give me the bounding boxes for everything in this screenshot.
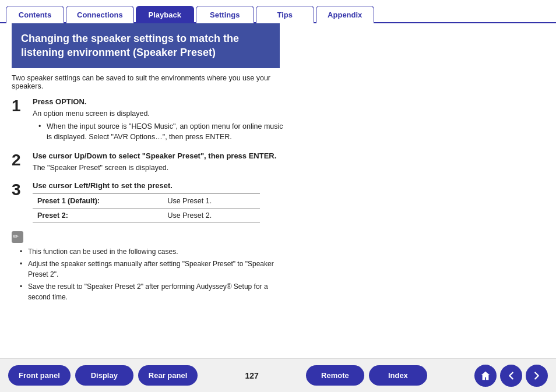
page-header: Changing the speaker settings to match t… — [12, 23, 280, 68]
step-2-desc: The "Speaker Preset" screen is displayed… — [33, 163, 286, 173]
note-intro: This function can be used in the followi… — [20, 247, 286, 257]
tab-appendix[interactable]: Appendix — [316, 6, 374, 23]
preset-table: Preset 1 (Default): Use Preset 1. Preset… — [33, 193, 260, 223]
forward-button[interactable] — [526, 365, 548, 387]
tab-connections[interactable]: Connections — [66, 6, 134, 23]
display-button[interactable]: Display — [75, 365, 133, 386]
bottom-nav-right — [474, 365, 548, 387]
front-panel-button[interactable]: Front panel — [8, 365, 71, 386]
table-row-1: Preset 1 (Default): Use Preset 1. — [33, 194, 260, 209]
rear-panel-button[interactable]: Rear panel — [138, 365, 198, 386]
back-button[interactable] — [500, 365, 522, 387]
index-button[interactable]: Index — [369, 365, 427, 386]
step-1-desc: An option menu screen is displayed. — [33, 108, 286, 119]
step-3-number: 3 — [12, 181, 24, 199]
step-3: 3 Use cursor Left/Right to set the prese… — [12, 181, 286, 223]
tab-contents[interactable]: Contents — [6, 6, 64, 23]
top-navigation: Contents Connections Playback Settings T… — [0, 0, 556, 23]
note-bullets: This function can be used in the followi… — [12, 247, 286, 302]
step-2-content: Use cursor Up/Down to select "Speaker Pr… — [33, 151, 286, 173]
note-bullet-1: Adjust the speaker settings manually aft… — [20, 259, 286, 280]
preset2-value: Use Preset 2. — [163, 209, 260, 223]
table-row-2: Preset 2: Use Preset 2. — [33, 209, 260, 223]
main-content: Changing the speaker settings to match t… — [0, 23, 556, 354]
pencil-icon — [12, 231, 23, 243]
preset1-label: Preset 1 (Default): — [33, 194, 163, 209]
step-3-content: Use cursor Left/Right to set the preset.… — [33, 181, 286, 223]
note-bullet-2-text: Save the result to "Speaker Preset 2" af… — [28, 282, 268, 301]
step-1-bullets: When the input source is "HEOS Music", a… — [33, 121, 286, 142]
home-button[interactable] — [474, 365, 497, 387]
page-number: 127 — [245, 371, 258, 380]
bottom-nav-center-right: Remote Index — [306, 365, 427, 386]
page-title: Changing the speaker settings to match t… — [21, 33, 239, 58]
tab-tips[interactable]: Tips — [256, 6, 314, 23]
step-3-title: Use cursor Left/Right to set the preset. — [33, 181, 286, 190]
tab-playback[interactable]: Playback — [136, 6, 194, 23]
note-bullet-2: Save the result to "Speaker Preset 2" af… — [20, 282, 286, 302]
bottom-nav-left: Front panel Display Rear panel — [8, 365, 198, 386]
step-1-bullet-1: When the input source is "HEOS Music", a… — [38, 121, 286, 142]
remote-button[interactable]: Remote — [306, 365, 364, 386]
tab-settings[interactable]: Settings — [196, 6, 254, 23]
bottom-navigation: Front panel Display Rear panel 127 Remot… — [0, 358, 556, 392]
preset1-value: Use Preset 1. — [163, 194, 260, 209]
step-1-number: 1 — [12, 97, 24, 115]
note-section: This function can be used in the followi… — [12, 231, 286, 302]
step-1-content: Press OPTION. An option menu screen is d… — [33, 97, 286, 143]
intro-text: Two speaker settings can be saved to sui… — [12, 74, 280, 90]
step-2: 2 Use cursor Up/Down to select "Speaker … — [12, 151, 286, 173]
step-1-title: Press OPTION. — [33, 97, 286, 106]
step-2-number: 2 — [12, 151, 24, 169]
step-1: 1 Press OPTION. An option menu screen is… — [12, 97, 286, 143]
step-2-title: Use cursor Up/Down to select "Speaker Pr… — [33, 151, 286, 160]
preset2-label: Preset 2: — [33, 209, 163, 223]
